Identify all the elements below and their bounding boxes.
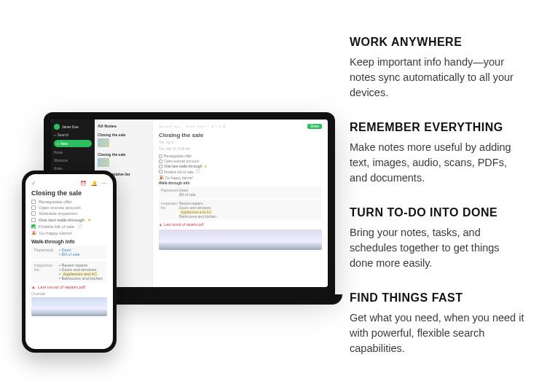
note-image [31,297,107,316]
info-label: Paperwork [34,248,56,256]
party-emoji-icon: 🎉 [159,175,164,180]
feature-body: Get what you need, when you need it with… [350,310,525,356]
checkbox-icon [159,154,162,158]
new-note-button: + New [54,140,92,147]
search-icon: ⌕ [54,133,56,137]
star-icon: ★ [87,217,91,222]
info-label: Inspection list [34,263,56,281]
note-image [159,230,322,250]
thumbnail [98,158,109,167]
feature-column: WORK ANYWHERE Keep important info handy—… [350,36,532,356]
reminder-icon: ⏰ [80,181,87,187]
nav-shortcuts: Shortcuts [54,158,92,163]
format-controls: Normal text · Sans Serif · B I U A [159,125,226,128]
info-block: Paperwork Deed Bill of sale [159,187,322,198]
section-heading: Walk-through info [159,181,322,185]
info-block: Inspection list Recent repairs Doors and… [31,261,107,283]
info-bullets: Deed Bill of sale [59,248,104,256]
paper-emoji-icon: 📄 [77,224,82,229]
task-row: Open escrow account [159,159,322,163]
note-title: Closing the sale [31,189,107,197]
thumbnail [98,138,109,147]
task-row: 🎉Do happy dance! [31,230,107,235]
feature-heading: TURN TO-DO INTO DONE [350,206,525,219]
avatar [54,124,60,130]
task-row: Open escrow account [31,205,107,210]
user-name: Janet Doe [62,125,79,129]
back-check-icon: ✓ [31,180,36,187]
task-row: Schedule inspection [31,211,107,216]
phone-top-bar: ✓ ⏰ 🔔 ⋯ [31,180,107,187]
checkbox-icon [159,170,162,173]
feature-work-anywhere: WORK ANYWHERE Keep important info handy—… [350,36,525,101]
editor-toolbar: Normal text · Sans Serif · B I U A Share [159,124,322,129]
feature-turn-to-do-into-done: TURN TO-DO INTO DONE Bring your notes, t… [350,206,525,271]
checkbox-icon [31,205,36,210]
note-list-heading: All Notes [98,124,149,128]
device-mockups: Janet Doe ⌕ Search + New Home Shortcuts … [15,54,328,338]
checkbox-icon [31,211,36,216]
plus-icon: + [57,141,59,146]
party-emoji-icon: 🎉 [31,230,36,235]
feature-heading: FIND THINGS FAST [350,291,525,305]
more-icon: ⋯ [102,181,107,187]
task-row: 🎉Do happy dance! [159,175,322,180]
user-badge: Janet Doe [54,124,92,130]
list-item: Closing the sale [98,152,149,168]
task-row: Renegotiate offer [31,200,107,204]
feature-heading: REMEMBER EVERYTHING [350,121,525,134]
info-block: Paperwork Deed Bill of sale [31,246,107,259]
feature-body: Bring your notes, tasks, and schedules t… [350,225,525,271]
top-icons: ⏰ 🔔 ⋯ [80,181,107,187]
note-title: Closing the sale [159,132,322,138]
info-bullets: Deed Bill of sale [179,188,320,197]
checkbox-icon [159,165,162,168]
section-heading: Walk-through info [31,239,107,244]
checkbox-icon [31,200,36,204]
task-row: Finalize bill of sale 📄 [31,224,107,229]
info-block: Inspection list Recent repairs Doors and… [159,200,322,220]
paper-emoji-icon: 📄 [195,169,200,174]
checkbox-checked-icon [31,224,36,229]
task-row: One last walk-through★ [159,164,322,168]
reminder-date: Tue, Mar 30, 9:00 AM [159,147,190,151]
phone-bezel: ✓ ⏰ 🔔 ⋯ Closing the sale Renegotiate off… [22,170,117,353]
task-row: One last walk-through ★ [31,217,107,222]
pdf-icon: ▲ [31,285,36,289]
search-field: ⌕ Search [54,133,92,137]
task-row: Renegotiate offer [159,154,322,158]
share-button: Share [307,124,322,129]
bell-icon: 🔔 [91,181,98,187]
image-caption: Outside [31,291,107,296]
feature-body: Make notes more useful by adding text, i… [350,140,525,186]
nav-home: Home [54,150,92,155]
info-label: Inspection list [161,201,177,219]
attachment-row: ▲Last round of repairs.pdf [159,222,322,227]
info-bullets: Recent repairs Doors and windows Applian… [179,201,320,219]
note-meta: Tue, Mar 30, 9:00 AM [159,147,322,151]
task-row: Finalize bill of sale 📄 [159,169,322,174]
feature-body: Keep important info handy—your notes syn… [350,55,525,101]
feature-heading: WORK ANYWHERE [350,36,525,49]
list-item: Closing the sale [98,133,149,148]
phone-mockup: ✓ ⏰ 🔔 ⋯ Closing the sale Renegotiate off… [22,170,117,353]
note-meta: Tue, Apr 6 [159,141,322,144]
info-label: Paperwork [161,188,177,197]
feature-remember-everything: REMEMBER EVERYTHING Make notes more usef… [350,121,525,186]
checkbox-icon [159,160,162,163]
feature-find-things-fast: FIND THINGS FAST Get what you need, when… [350,291,525,356]
checkbox-icon [31,218,36,222]
note-editor: Normal text · Sans Serif · B I U A Share… [153,119,328,287]
pdf-icon: ▲ [159,222,162,227]
page-layout: Janet Doe ⌕ Search + New Home Shortcuts … [0,21,547,371]
phone-screen: ✓ ⏰ 🔔 ⋯ Closing the sale Renegotiate off… [25,174,113,349]
attachment-row: ▲Last round of repairs.pdf [31,285,107,289]
star-icon: ★ [204,164,207,168]
created-date: Tue, Apr 6 [159,141,174,144]
info-bullets: Recent repairs Doors and windows Applian… [59,263,104,281]
